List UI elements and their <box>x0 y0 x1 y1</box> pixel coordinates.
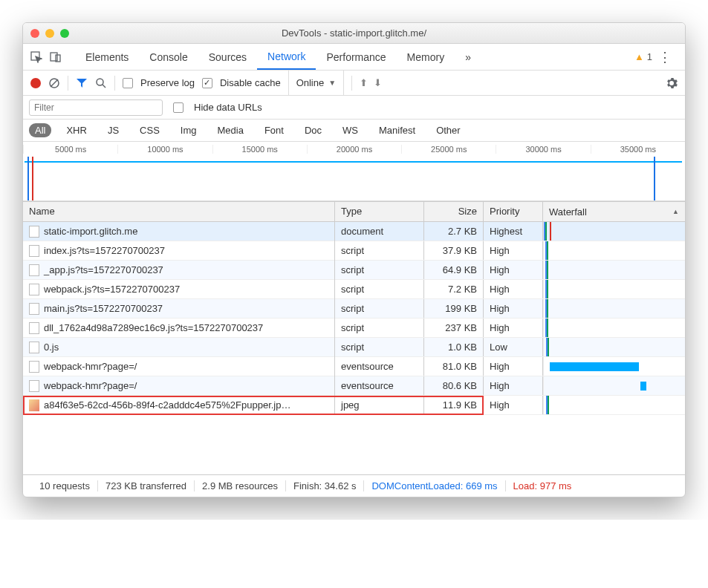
request-name: 0.js <box>44 342 59 353</box>
col-name-header[interactable]: Name <box>23 202 335 221</box>
waterfall-cell <box>543 280 685 298</box>
window-title: DevTools - static-import.glitch.me/ <box>23 27 685 39</box>
table-row[interactable]: index.js?ts=1572270700237script37.9 KBHi… <box>23 241 685 261</box>
document-file-icon <box>29 264 39 276</box>
timeline-tick: 15000 ms <box>212 145 307 154</box>
clear-icon[interactable] <box>48 77 60 89</box>
request-type: eventsource <box>335 357 424 376</box>
throttling-select[interactable]: Online ▼ <box>288 71 344 95</box>
type-ws[interactable]: WS <box>337 123 364 137</box>
waterfall-cell <box>543 318 685 337</box>
download-har-icon[interactable]: ⬇ <box>374 77 382 88</box>
request-size: 64.9 KB <box>424 261 484 279</box>
table-row[interactable]: webpack-hmr?page=/eventsource81.0 KBHigh <box>23 357 685 376</box>
type-js[interactable]: JS <box>102 123 125 137</box>
warning-count: 1 <box>647 51 652 62</box>
type-media[interactable]: Media <box>211 123 249 137</box>
col-waterfall-header[interactable]: Waterfall ▲ <box>543 202 685 221</box>
request-size: 11.9 KB <box>424 396 484 414</box>
document-file-icon <box>29 361 39 373</box>
request-priority: High <box>484 261 543 279</box>
type-filter-row: All XHR JS CSS Img Media Font Doc WS Man… <box>23 120 685 142</box>
status-transferred: 723 KB transferred <box>98 480 195 491</box>
type-manifest[interactable]: Manifest <box>373 123 421 137</box>
tab-sources[interactable]: Sources <box>198 45 257 69</box>
document-file-icon <box>29 322 39 334</box>
timeline-overview[interactable]: 5000 ms 10000 ms 15000 ms 20000 ms 25000… <box>23 142 685 201</box>
tab-performance[interactable]: Performance <box>316 45 396 69</box>
request-type: script <box>335 299 424 318</box>
device-toggle-icon[interactable] <box>50 51 62 63</box>
waterfall-cell <box>543 261 685 279</box>
table-row[interactable]: static-import.glitch.medocument2.7 KBHig… <box>23 222 685 241</box>
request-name: webpack-hmr?page=/ <box>44 361 137 372</box>
table-row[interactable]: main.js?ts=1572270700237script199 KBHigh <box>23 299 685 318</box>
table-row[interactable]: a84f63e5-62cd-456b-89f4-c2adddc4e575%2Fp… <box>23 396 685 415</box>
col-priority-header[interactable]: Priority <box>484 202 543 221</box>
status-resources: 2.9 MB resources <box>195 480 286 491</box>
table-row[interactable]: webpack.js?ts=1572270700237script7.2 KBH… <box>23 280 685 299</box>
document-file-icon <box>29 245 39 257</box>
more-menu-icon[interactable]: ⋮ <box>652 49 678 65</box>
request-name: a84f63e5-62cd-456b-89f4-c2adddc4e575%2Fp… <box>44 399 290 411</box>
tab-network[interactable]: Network <box>257 45 316 70</box>
preserve-log-checkbox[interactable] <box>123 78 133 88</box>
tab-memory[interactable]: Memory <box>397 45 455 69</box>
titlebar: DevTools - static-import.glitch.me/ <box>23 23 685 44</box>
type-font[interactable]: Font <box>259 123 290 137</box>
settings-icon[interactable] <box>666 77 678 89</box>
tab-elements[interactable]: Elements <box>75 45 139 69</box>
inspect-icon[interactable] <box>30 51 42 63</box>
document-file-icon <box>29 284 39 295</box>
type-img[interactable]: Img <box>175 123 203 137</box>
upload-har-icon[interactable]: ⬆ <box>360 77 368 88</box>
filter-input[interactable] <box>29 99 163 116</box>
filter-icon[interactable] <box>76 77 88 89</box>
request-table: Name Type Size Priority Waterfall ▲ stat… <box>23 201 685 474</box>
request-priority: High <box>484 357 543 376</box>
table-row[interactable]: webpack-hmr?page=/eventsource80.6 KBHigh <box>23 376 685 396</box>
image-file-icon <box>29 399 39 411</box>
col-type-header[interactable]: Type <box>335 202 424 221</box>
table-row[interactable]: _app.js?ts=1572270700237script64.9 KBHig… <box>23 261 685 280</box>
search-icon[interactable] <box>95 77 107 89</box>
type-all[interactable]: All <box>29 123 51 137</box>
svg-rect-1 <box>51 53 57 61</box>
tab-overflow[interactable]: » <box>455 45 481 69</box>
record-button[interactable] <box>30 78 41 88</box>
waterfall-cell <box>543 241 685 260</box>
svg-point-5 <box>97 79 103 85</box>
document-file-icon <box>29 226 39 238</box>
timeline-tick: 30000 ms <box>496 145 590 154</box>
request-type: document <box>335 222 424 241</box>
timeline-tick: 35000 ms <box>591 145 685 154</box>
request-priority: High <box>484 396 543 414</box>
type-doc[interactable]: Doc <box>299 123 328 137</box>
request-name: static-import.glitch.me <box>44 226 137 237</box>
waterfall-cell <box>543 357 685 376</box>
col-size-header[interactable]: Size <box>424 202 484 221</box>
warnings-badge[interactable]: ▲ 1 <box>634 51 652 62</box>
request-size: 7.2 KB <box>424 280 484 298</box>
request-name: webpack.js?ts=1572270700237 <box>44 284 180 295</box>
waterfall-cell <box>543 396 685 414</box>
filter-row: Hide data URLs <box>23 96 685 120</box>
type-css[interactable]: CSS <box>134 123 166 137</box>
request-priority: High <box>484 318 543 337</box>
svg-line-4 <box>51 79 58 87</box>
request-priority: High <box>484 241 543 260</box>
disable-cache-checkbox[interactable] <box>202 78 212 88</box>
request-type: script <box>335 338 424 356</box>
type-xhr[interactable]: XHR <box>60 123 92 137</box>
table-row[interactable]: 0.jsscript1.0 KBLow <box>23 338 685 357</box>
timeline-tick: 5000 ms <box>23 145 117 154</box>
request-name: index.js?ts=1572270700237 <box>44 245 165 256</box>
hide-data-urls-checkbox[interactable] <box>173 102 184 113</box>
type-other[interactable]: Other <box>430 123 467 137</box>
request-type: script <box>335 318 424 337</box>
tab-console[interactable]: Console <box>139 45 198 69</box>
table-row[interactable]: dll_1762a4d98a7289ec16c9.js?ts=157227070… <box>23 318 685 338</box>
status-load: Load: 977 ms <box>506 480 579 491</box>
request-priority: Highest <box>484 222 543 241</box>
request-name: _app.js?ts=1572270700237 <box>44 264 163 275</box>
